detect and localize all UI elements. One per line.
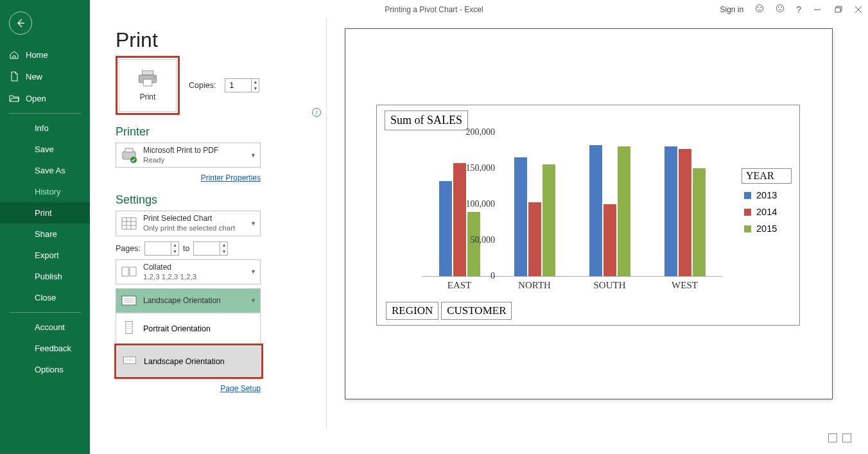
printer-properties-link[interactable]: Printer Properties	[201, 173, 261, 182]
pivot-chart: Sum of SALES 050,000100,000150,000200,00…	[376, 105, 800, 326]
help-icon[interactable]: ?	[796, 4, 801, 15]
page-to-input[interactable]	[194, 242, 220, 255]
orientation-option-landscape[interactable]: Landscape Orientation	[117, 346, 261, 376]
collation-dropdown[interactable]: Collated1,2,3 1,2,3 1,2,3 ▼	[116, 259, 261, 284]
page-title: Print	[116, 28, 321, 52]
chart-x-tick: SOUTH	[593, 280, 625, 291]
axis-box-customer[interactable]: CUSTOMER	[441, 302, 512, 320]
svg-rect-33	[124, 357, 136, 363]
page-to-spinner[interactable]: ▲▼	[193, 241, 228, 256]
chart-bar	[618, 146, 630, 276]
sidebar-item-publish[interactable]: Publish	[0, 266, 90, 287]
page-from-spinner[interactable]: ▲▼	[144, 241, 179, 256]
sidebar-item-feedback[interactable]: Feedback	[0, 338, 90, 359]
chart-x-tick: NORTH	[518, 280, 551, 291]
legend-item: 2015	[744, 223, 792, 234]
svg-rect-7	[835, 8, 840, 12]
chart-scope-icon	[120, 214, 138, 232]
page-from-input[interactable]	[145, 242, 171, 255]
show-margins-icon[interactable]	[828, 433, 837, 442]
chart-bar	[542, 164, 555, 276]
sidebar-item-new[interactable]: New	[0, 65, 90, 87]
legend-swatch	[744, 225, 751, 232]
chart-bar	[528, 202, 541, 276]
titlebar: Printing a Pivot Chart - Excel Sign in ?	[0, 0, 868, 19]
restore-button[interactable]	[833, 5, 842, 14]
chart-bar	[679, 149, 691, 276]
sidebar-item-open[interactable]: Open	[0, 87, 90, 109]
sidebar-item-history[interactable]: History	[0, 181, 90, 202]
spin-down-icon[interactable]: ▼	[252, 85, 259, 92]
printer-info-icon[interactable]: i	[312, 108, 321, 117]
sidebar-item-print[interactable]: Print	[0, 202, 90, 223]
print-button[interactable]: Print	[119, 59, 177, 112]
svg-rect-16	[125, 148, 133, 152]
svg-rect-18	[122, 218, 136, 229]
landscape-icon	[120, 292, 138, 310]
printer-icon	[137, 69, 159, 87]
sidebar-item-home[interactable]: Home	[0, 44, 90, 65]
chart-x-tick: EAST	[447, 280, 472, 291]
print-scope-dropdown[interactable]: Print Selected ChartOnly print the selec…	[116, 211, 261, 236]
pages-label: Pages:	[116, 244, 141, 253]
spin-up-icon[interactable]: ▲	[252, 79, 259, 85]
svg-rect-23	[122, 267, 128, 276]
signin-link[interactable]: Sign in	[720, 5, 744, 14]
copies-spinner[interactable]: ▲▼	[225, 78, 259, 92]
collated-icon	[120, 263, 138, 281]
printer-status-icon	[120, 146, 138, 164]
chevron-down-icon: ▼	[250, 152, 256, 159]
highlight-landscape-option: Landscape Orientation	[114, 344, 263, 379]
chart-legend: YEAR 201320142015	[742, 168, 792, 240]
svg-point-5	[781, 7, 782, 8]
chevron-down-icon: ▼	[250, 297, 256, 304]
chart-y-tick: 150,000	[466, 163, 496, 173]
close-button[interactable]	[854, 5, 863, 14]
landscape-icon	[122, 353, 137, 370]
sidebar-item-saveas[interactable]: Save As	[0, 160, 90, 181]
frown-icon[interactable]	[776, 4, 785, 15]
minimize-button[interactable]	[813, 5, 822, 14]
settings-heading: Settings	[116, 193, 321, 207]
sidebar-item-export[interactable]: Export	[0, 245, 90, 266]
chart-y-tick: 100,000	[466, 199, 496, 209]
printer-dropdown[interactable]: Microsoft Print to PDFReady ▼	[116, 143, 261, 168]
svg-rect-13	[143, 80, 152, 86]
svg-rect-24	[130, 267, 136, 276]
chart-bar	[439, 181, 452, 276]
printer-heading: Printer	[116, 125, 321, 139]
zoom-to-page-icon[interactable]	[842, 433, 851, 442]
new-icon	[9, 71, 19, 82]
chart-title: Sum of SALES	[385, 110, 468, 130]
orientation-dropdown[interactable]: Landscape Orientation ▼	[116, 288, 261, 313]
pages-to-label: to	[183, 244, 189, 253]
chart-bar	[693, 168, 706, 276]
copies-input[interactable]	[225, 79, 251, 92]
preview-page: Sum of SALES 050,000100,000150,000200,00…	[345, 28, 833, 399]
svg-rect-29	[126, 322, 132, 334]
chevron-down-icon: ▼	[250, 268, 256, 275]
sidebar-item-share[interactable]: Share	[0, 223, 90, 245]
open-icon	[9, 93, 19, 103]
sidebar-item-info[interactable]: Info	[0, 118, 90, 139]
legend-item: 2013	[744, 190, 792, 200]
page-setup-link[interactable]: Page Setup	[220, 384, 261, 393]
axis-box-region[interactable]: REGION	[386, 302, 438, 320]
back-button[interactable]	[9, 12, 32, 35]
sidebar-item-options[interactable]: Options	[0, 359, 90, 380]
chevron-down-icon: ▼	[250, 220, 256, 227]
sidebar-item-account[interactable]: Account	[0, 317, 90, 338]
sidebar-item-save[interactable]: Save	[0, 139, 90, 160]
chart-bar	[664, 146, 677, 276]
orientation-menu: Portrait Orientation Landscape Orientati…	[116, 313, 261, 380]
divider	[326, 19, 327, 428]
chart-axis-filter-boxes: REGION CUSTOMER	[386, 302, 512, 320]
chart-bar	[603, 204, 616, 276]
sidebar-item-close[interactable]: Close	[0, 287, 90, 308]
smile-icon[interactable]	[755, 4, 764, 15]
portrait-icon	[121, 320, 137, 337]
print-backstage: Print Print Copies: ▲▼ i Printer Microso…	[90, 19, 868, 454]
legend-item: 2014	[744, 207, 792, 217]
orientation-option-portrait[interactable]: Portrait Orientation	[116, 313, 260, 344]
home-icon	[9, 49, 19, 60]
